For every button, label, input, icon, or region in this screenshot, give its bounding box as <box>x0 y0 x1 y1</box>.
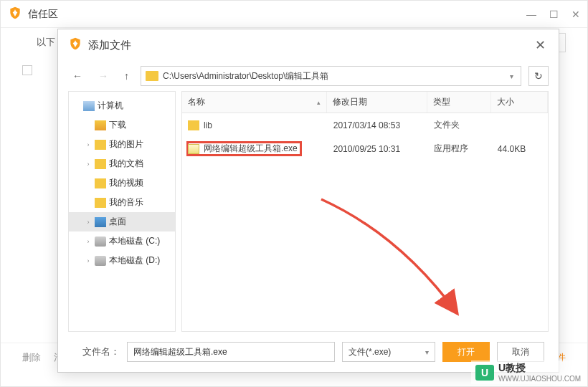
dialog-title: 添加文件 <box>88 39 532 52</box>
tree-item[interactable]: ›我的图片 <box>69 135 175 154</box>
dialog-header: 添加文件 ✕ <box>58 29 559 61</box>
file-list: 名称▴ 修改日期 类型 大小 lib 2017/03/14 08:53 文件夹 … <box>181 91 549 332</box>
expand-icon[interactable]: › <box>85 161 92 168</box>
column-name[interactable]: 名称▴ <box>182 92 327 113</box>
expand-icon[interactable]: › <box>85 141 92 148</box>
chevron-down-icon: ▾ <box>425 348 429 356</box>
folder-icon <box>95 198 106 208</box>
column-type[interactable]: 类型 <box>427 92 491 113</box>
file-name: lib <box>204 120 212 130</box>
tree-item[interactable]: 计算机 <box>69 96 175 115</box>
tree-item[interactable]: 我的音乐 <box>69 193 175 212</box>
delete-link[interactable]: 删除 <box>22 351 41 364</box>
main-window-title: 信任区 <box>28 8 526 21</box>
close-button[interactable]: ✕ <box>572 9 580 20</box>
main-titlebar: 信任区 — ☐ ✕ <box>1 1 587 28</box>
chevron-down-icon[interactable]: ▾ <box>507 72 516 80</box>
tree-item[interactable]: 下载 <box>69 115 175 135</box>
toolbar-prefix: 以下 <box>37 36 55 49</box>
column-size[interactable]: 大小 <box>491 92 548 113</box>
file-date: 2010/09/25 10:31 <box>328 141 428 157</box>
expand-icon[interactable]: › <box>85 257 92 264</box>
tree-item-label: 桌面 <box>109 216 126 228</box>
file-row[interactable]: 网络编辑超级工具箱.exe 2010/09/25 10:31 应用程序 44.0… <box>182 137 548 161</box>
folder-icon <box>95 140 106 150</box>
dialog-close-button[interactable]: ✕ <box>532 34 549 56</box>
tree-item[interactable]: ›本地磁盘 (D:) <box>69 251 175 270</box>
file-date: 2017/03/14 08:53 <box>328 118 428 133</box>
nav-row: ← → ↑ C:\Users\Administrator\Desktop\编辑工… <box>58 61 559 91</box>
checkbox[interactable] <box>22 65 32 75</box>
open-button[interactable]: 打开 <box>442 342 490 362</box>
disk-icon <box>95 256 106 266</box>
file-size <box>492 123 548 128</box>
disk-icon <box>95 236 106 247</box>
folder-icon <box>146 71 158 81</box>
shield-icon <box>8 6 22 23</box>
tree-item-label: 我的音乐 <box>109 196 143 209</box>
file-row[interactable]: lib 2017/03/14 08:53 文件夹 <box>182 113 548 137</box>
refresh-button[interactable]: ↻ <box>528 66 549 86</box>
watermark: U U教授 WWW.UJIAOSHOU.COM <box>471 360 585 384</box>
folder-icon <box>188 120 199 130</box>
tree-item-label: 计算机 <box>98 100 123 112</box>
file-list-header: 名称▴ 修改日期 类型 大小 <box>182 92 548 113</box>
filename-input[interactable] <box>127 342 335 362</box>
file-name: 网络编辑超级工具箱.exe <box>204 143 298 155</box>
folder-icon <box>95 178 106 188</box>
tree-item[interactable]: ›桌面 <box>69 212 175 231</box>
folder-dl-icon <box>95 120 106 130</box>
watermark-logo: U <box>475 365 494 381</box>
tree-item-label: 本地磁盘 (D:) <box>109 254 160 267</box>
tree-item-label: 我的视频 <box>109 177 143 189</box>
nav-up-button[interactable]: ↑ <box>120 67 133 85</box>
shield-icon <box>68 37 82 54</box>
column-date[interactable]: 修改日期 <box>327 92 427 113</box>
expand-icon[interactable]: › <box>85 238 92 245</box>
path-bar[interactable]: C:\Users\Administrator\Desktop\编辑工具箱 ▾ <box>141 66 521 86</box>
tree-item-label: 我的图片 <box>109 138 143 150</box>
tree-item[interactable]: 我的视频 <box>69 173 175 193</box>
file-type: 文件夹 <box>428 116 492 134</box>
tree-item-label: 下载 <box>109 119 126 131</box>
expand-icon[interactable]: › <box>85 219 92 226</box>
watermark-url: WWW.UJIAOSHOU.COM <box>498 375 581 383</box>
tree-item-label: 本地磁盘 (C:) <box>109 235 160 247</box>
file-type: 应用程序 <box>428 140 492 158</box>
file-size: 44.0KB <box>492 141 548 157</box>
filetype-select[interactable]: 文件(*.exe) ▾ <box>342 342 435 362</box>
watermark-brand: U教授 <box>498 362 581 375</box>
tree-item[interactable]: ›本地磁盘 (C:) <box>69 231 175 251</box>
path-text: C:\Users\Administrator\Desktop\编辑工具箱 <box>163 70 328 82</box>
nav-back-button[interactable]: ← <box>68 67 87 85</box>
computer-icon <box>83 101 95 111</box>
filename-label: 文件名： <box>82 345 120 358</box>
window-controls: — ☐ ✕ <box>526 9 580 20</box>
minimize-button[interactable]: — <box>526 9 536 20</box>
tree-item-label: 我的文档 <box>109 158 143 170</box>
exe-icon <box>188 144 199 154</box>
tree-item[interactable]: ›我的文档 <box>69 154 175 173</box>
file-rows: lib 2017/03/14 08:53 文件夹 网络编辑超级工具箱.exe 2… <box>182 113 548 161</box>
desktop-icon <box>95 217 106 227</box>
nav-forward-button[interactable]: → <box>94 67 113 85</box>
folder-icon <box>95 159 106 169</box>
dialog-body: 计算机下载›我的图片›我的文档我的视频我的音乐›桌面›本地磁盘 (C:)›本地磁… <box>58 91 559 332</box>
maximize-button[interactable]: ☐ <box>549 9 559 20</box>
add-file-dialog: 添加文件 ✕ ← → ↑ C:\Users\Administrator\Desk… <box>57 29 559 373</box>
cancel-button[interactable]: 取消 <box>497 342 544 362</box>
sort-asc-icon: ▴ <box>317 99 321 106</box>
folder-tree: 计算机下载›我的图片›我的文档我的视频我的音乐›桌面›本地磁盘 (C:)›本地磁… <box>68 91 176 332</box>
